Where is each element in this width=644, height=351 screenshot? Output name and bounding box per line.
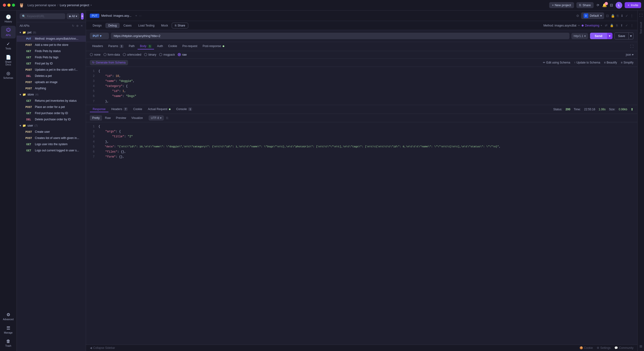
res-tab-headers[interactable]: Headers 7	[108, 106, 130, 112]
sidebar-item-manage[interactable]: ☰ Manage	[1, 324, 16, 336]
api-item-post-anything[interactable]: POST Anything	[17, 85, 86, 91]
check2-icon[interactable]: ✓	[625, 24, 628, 27]
sidebar-item-apis[interactable]: APIs	[1, 26, 16, 38]
api-item-del-pet[interactable]: DEL Deletes a pet	[17, 73, 86, 79]
req-tab-headers[interactable]: Headers	[90, 43, 105, 49]
edit-icon[interactable]: ✏	[578, 24, 580, 27]
api-item-get-logout[interactable]: GET Logs out current logged in user s...	[17, 147, 86, 154]
sidebar-item-schemas[interactable]: ◎ Schemas	[1, 69, 16, 81]
send-button[interactable]: Send	[590, 33, 607, 39]
more-icon[interactable]: ···	[139, 14, 142, 17]
body-binary[interactable]: binary	[144, 53, 156, 56]
expand-panel-icon[interactable]: ⛶	[638, 12, 644, 18]
sidebar-item-tests[interactable]: ✓ Tests	[1, 39, 16, 52]
avatar[interactable]: L	[616, 2, 622, 8]
minimize-button[interactable]	[8, 3, 10, 7]
req-tab-path[interactable]: Path	[126, 43, 137, 49]
edit-schema-button[interactable]: ✏ Edit using Schema	[543, 61, 570, 64]
community-button[interactable]: 💬 Community	[614, 346, 634, 350]
simplify-button[interactable]: ≡ Simplify	[621, 61, 634, 64]
req-tab-pre-request[interactable]: Pre-request	[180, 43, 200, 49]
api-item-get-login[interactable]: GET Logs user into the system	[17, 141, 86, 147]
add-api-button[interactable]: +	[81, 13, 84, 19]
close-icon[interactable]: ✕	[80, 24, 83, 27]
notification-bell[interactable]: 🔔 7	[602, 3, 607, 7]
body-none[interactable]: none	[90, 53, 100, 56]
folder-user[interactable]: ▾ 📁 user (7)	[17, 122, 86, 129]
tab-design[interactable]: Design	[90, 23, 104, 28]
fmt-tab-raw[interactable]: Raw	[102, 115, 113, 121]
cookie-button[interactable]: 🍪 Cookie	[580, 346, 593, 350]
api-item-post-update-pet[interactable]: POST Updates a pet in the store with f..…	[17, 67, 86, 73]
req-tab-post-response[interactable]: Post-response	[200, 43, 227, 49]
generate-schema-button[interactable]: ↻ Generate from Schema	[90, 60, 128, 65]
api-item-get-inventories[interactable]: GET Returns pet inventories by status	[17, 98, 86, 104]
import-icon[interactable]: ⬆	[620, 24, 623, 27]
test-result-label[interactable]: Test result	[638, 20, 643, 36]
fmt-tab-pretty[interactable]: Pretty	[90, 115, 102, 121]
save-button[interactable]: Save	[614, 32, 629, 39]
refresh-icon[interactable]: ↻	[72, 24, 74, 27]
search-input[interactable]	[27, 14, 63, 18]
folder-store[interactable]: ▾ 📁 store (4)	[17, 91, 86, 98]
download2-icon[interactable]: ⬇	[620, 14, 624, 18]
api-item-post-create-user[interactable]: POST Create user	[17, 129, 86, 135]
share-button[interactable]: ⎘ Share	[576, 2, 594, 8]
invite-button[interactable]: + Invite	[625, 2, 641, 8]
sync-icon[interactable]: ⇄	[605, 24, 608, 27]
api-item-get-finds-pets-tags[interactable]: GET Finds Pets by tags	[17, 54, 86, 60]
tab-share[interactable]: ⎘ Share	[172, 23, 188, 28]
save-dropdown-button[interactable]: ▾	[629, 32, 634, 39]
method-selector[interactable]: PUT ▾	[90, 33, 109, 39]
sidebar-item-history[interactable]: 🕐 History	[1, 12, 16, 25]
json-type-selector[interactable]: json ▾	[626, 53, 634, 56]
maximize-button[interactable]	[12, 3, 15, 7]
update-schema-button[interactable]: ↑ Update to Schema	[574, 61, 600, 64]
api-item-put-method-images[interactable]: PUT Method: images.asyncBatchAnn...	[17, 35, 86, 42]
layout-icon[interactable]: ⊟	[609, 3, 613, 7]
copy-response-button[interactable]: ⎘	[166, 116, 168, 120]
expand-editor-icon[interactable]: ⛶	[630, 44, 634, 48]
lock2-icon[interactable]: 🔒	[610, 24, 614, 27]
request-body-editor[interactable]: 1 { 2 "id": 10, 3 "name": "doggie", 4 "c…	[86, 67, 637, 105]
req-tab-params[interactable]: Params 1	[106, 43, 126, 49]
tab-mock[interactable]: Mock	[158, 23, 171, 28]
filter-button[interactable]: All ▾	[67, 13, 80, 19]
body-msgpack[interactable]: msgpack	[159, 53, 175, 56]
check-icon[interactable]: ✓	[625, 14, 628, 18]
environment-selector[interactable]: D Default ▾	[581, 12, 604, 19]
fmt-tab-visualize[interactable]: Visualize	[129, 115, 145, 121]
settings-icon[interactable]: ⚙	[576, 14, 579, 18]
encoding-selector[interactable]: UTF-8 ▾	[148, 115, 164, 121]
fmt-tab-preview[interactable]: Preview	[114, 115, 128, 121]
tab-load-testing[interactable]: Load Testing	[136, 23, 158, 28]
beautify-button[interactable]: ≡ Beautify	[604, 61, 617, 64]
panel-grid-icon[interactable]: ⊞	[638, 343, 643, 349]
body-raw[interactable]: raw	[178, 53, 186, 56]
res-tab-console[interactable]: Console 1	[174, 106, 195, 112]
api-item-post-order[interactable]: POST Place an order for a pet	[17, 104, 86, 110]
collapse-sidebar-button[interactable]: ◀ Collapse Sidebar	[90, 346, 115, 350]
api-item-post-create-list-users[interactable]: POST Creates list of users with given in…	[17, 135, 86, 141]
settings-button[interactable]: ⚙ Settings	[597, 346, 610, 350]
panel-icon[interactable]: ⊡	[606, 14, 609, 18]
tab-debug[interactable]: Debug	[105, 23, 120, 28]
api-item-del-purchase-order[interactable]: DEL Delete purchase order by ID	[17, 116, 86, 122]
download-icon[interactable]: ⊕	[76, 24, 78, 27]
api-item-get-purchase-order[interactable]: GET Find purchase order by ID	[17, 110, 86, 116]
sidebar-item-share-docs[interactable]: 📄 Share Docs	[1, 53, 16, 68]
req-tab-auth[interactable]: Auth	[154, 43, 165, 49]
api-item-get-finds-pets-status[interactable]: GET Finds Pets by status	[17, 48, 86, 54]
body-form-data[interactable]: form-data	[104, 53, 120, 56]
tab-cases[interactable]: Cases	[121, 23, 134, 28]
folder-pet[interactable]: ▾ 📁 pet (9)	[17, 29, 86, 35]
close-button[interactable]	[3, 3, 6, 7]
req-tab-cookie[interactable]: Cookie	[166, 43, 180, 49]
res-tab-actual-request[interactable]: Actual Request	[145, 106, 174, 112]
http-version-selector[interactable]: http/1.1 ▾	[572, 33, 588, 39]
more3-icon[interactable]: ⋮	[630, 24, 634, 27]
body-urlencoded[interactable]: urlencoded	[123, 53, 141, 56]
copy2-icon[interactable]: ⎘	[616, 24, 618, 27]
sidebar-item-advanced[interactable]: ⚙ Advanced	[1, 310, 16, 323]
url-input[interactable]	[111, 33, 570, 39]
